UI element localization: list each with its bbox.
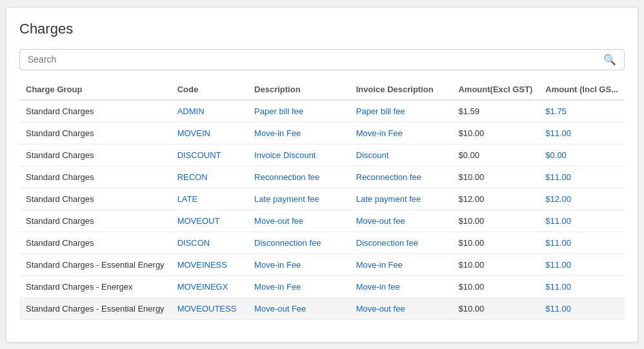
- cell-invoice-description[interactable]: Discount: [350, 144, 452, 166]
- table-wrapper: Charge Group Code Description Invoice De…: [19, 79, 625, 320]
- cell-invoice-description[interactable]: Move-in Fee: [350, 254, 452, 275]
- cell-code[interactable]: MOVEOUT: [171, 210, 248, 232]
- cell-charge-group: Standard Charges - Essential Energy: [19, 254, 171, 275]
- cell-amount-excl: $10.00: [452, 232, 539, 254]
- cell-code[interactable]: LATE: [171, 188, 248, 210]
- cell-charge-group: Standard Charges: [19, 210, 171, 232]
- cell-invoice-description[interactable]: Move-in fee: [350, 275, 452, 297]
- cell-amount-excl: $10.00: [452, 122, 539, 144]
- cell-amount-incl: $11.00: [539, 275, 625, 297]
- table-row[interactable]: Standard Charges - Essential Energy MOVE…: [19, 254, 625, 275]
- cell-code[interactable]: MOVEOUTESS: [171, 297, 248, 319]
- table-row[interactable]: Standard Charges ADMIN Paper bill fee Pa…: [19, 100, 625, 123]
- cell-amount-incl: $11.00: [539, 210, 625, 232]
- cell-description[interactable]: Move-out fee: [248, 210, 350, 232]
- cell-amount-incl: $11.00: [539, 297, 625, 319]
- table-row[interactable]: Standard Charges LATE Late payment fee L…: [19, 188, 625, 210]
- cell-description[interactable]: Invoice Discount: [248, 144, 350, 166]
- cell-charge-group: Standard Charges: [19, 232, 171, 254]
- table-row[interactable]: Standard Charges RECON Reconnection fee …: [19, 166, 625, 188]
- cell-invoice-description[interactable]: Paper bill fee: [350, 100, 452, 123]
- table-row[interactable]: Standard Charges MOVEIN Move-in Fee Move…: [19, 122, 625, 144]
- search-input[interactable]: [28, 54, 603, 65]
- cell-description[interactable]: Paper bill fee: [248, 100, 350, 123]
- cell-amount-incl: $11.00: [539, 166, 625, 188]
- cell-description[interactable]: Disconnection fee: [248, 232, 350, 254]
- cell-amount-excl: $12.00: [452, 188, 539, 210]
- cell-amount-incl: $11.00: [539, 122, 625, 144]
- cell-description[interactable]: Late payment fee: [248, 188, 350, 210]
- header-code: Code: [171, 79, 248, 100]
- cell-invoice-description[interactable]: Disconection fee: [350, 232, 452, 254]
- cell-invoice-description[interactable]: Move-in Fee: [350, 122, 452, 144]
- cell-code[interactable]: DISCOUNT: [171, 144, 248, 166]
- cell-amount-incl: $11.00: [539, 232, 625, 254]
- cell-description[interactable]: Move-out Fee: [248, 297, 350, 319]
- header-amount-incl: Amount (Incl GS...: [539, 79, 625, 100]
- table-row[interactable]: Standard Charges - Energex MOVEINEGX Mov…: [19, 275, 625, 297]
- cell-amount-incl: $1.75: [539, 100, 625, 123]
- cell-amount-incl: $12.00: [539, 188, 625, 210]
- header-description: Description: [248, 79, 350, 100]
- cell-charge-group: Standard Charges: [19, 188, 171, 210]
- header-charge-group: Charge Group: [19, 79, 171, 100]
- cell-amount-excl: $0.00: [452, 144, 539, 166]
- cell-amount-excl: $10.00: [452, 210, 539, 232]
- cell-description[interactable]: Move-in Fee: [248, 254, 350, 275]
- cell-charge-group: Standard Charges - Essential Energy: [19, 297, 171, 319]
- cell-code[interactable]: RECON: [171, 166, 248, 188]
- cell-description[interactable]: Move-in Fee: [248, 122, 350, 144]
- header-amount-excl: Amount(Excl GST): [452, 79, 539, 100]
- search-bar: 🔍: [19, 49, 625, 70]
- cell-code[interactable]: MOVEIN: [171, 122, 248, 144]
- table-row[interactable]: Standard Charges DISCON Disconnection fe…: [19, 232, 625, 254]
- cell-code[interactable]: MOVEINEGX: [171, 275, 248, 297]
- table-row[interactable]: Standard Charges MOVEOUT Move-out fee Mo…: [19, 210, 625, 232]
- cell-invoice-description[interactable]: Reconnection fee: [350, 166, 452, 188]
- cell-charge-group: Standard Charges - Energex: [19, 275, 171, 297]
- page-title: Charges: [19, 21, 625, 37]
- cell-code[interactable]: DISCON: [171, 232, 248, 254]
- cell-description[interactable]: Reconnection fee: [248, 166, 350, 188]
- cell-invoice-description[interactable]: Move-out fee: [350, 297, 452, 319]
- cell-amount-incl: $11.00: [539, 254, 625, 275]
- cell-charge-group: Standard Charges: [19, 122, 171, 144]
- cell-amount-excl: $10.00: [452, 297, 539, 319]
- cell-invoice-description[interactable]: Move-out fee: [350, 210, 452, 232]
- cell-amount-excl: $10.00: [452, 166, 539, 188]
- cell-charge-group: Standard Charges: [19, 100, 171, 123]
- cell-description[interactable]: Move-in Fee: [248, 275, 350, 297]
- cell-amount-excl: $10.00: [452, 275, 539, 297]
- table-body: Standard Charges ADMIN Paper bill fee Pa…: [19, 100, 625, 320]
- table-row[interactable]: Standard Charges DISCOUNT Invoice Discou…: [19, 144, 625, 166]
- cell-amount-excl: $10.00: [452, 254, 539, 275]
- cell-code[interactable]: MOVEINESS: [171, 254, 248, 275]
- table-header-row: Charge Group Code Description Invoice De…: [19, 79, 625, 100]
- charges-table: Charge Group Code Description Invoice De…: [19, 79, 625, 320]
- cell-charge-group: Standard Charges: [19, 166, 171, 188]
- table-row[interactable]: Standard Charges - Essential Energy MOVE…: [19, 297, 625, 319]
- cell-amount-incl: $0.00: [539, 144, 625, 166]
- search-icon: 🔍: [603, 54, 616, 66]
- cell-code[interactable]: ADMIN: [171, 100, 248, 123]
- main-container: Charges 🔍 Charge Group Code Description …: [6, 7, 638, 343]
- header-invoice-description: Invoice Description: [350, 79, 452, 100]
- cell-invoice-description[interactable]: Late payment fee: [350, 188, 452, 210]
- cell-charge-group: Standard Charges: [19, 144, 171, 166]
- cell-amount-excl: $1.59: [452, 100, 539, 123]
